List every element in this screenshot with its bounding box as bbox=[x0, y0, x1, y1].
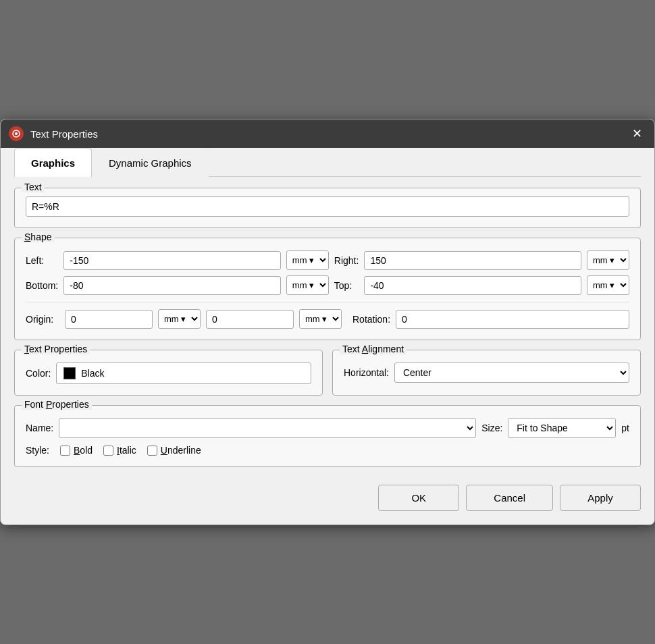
underline-text: Underline bbox=[161, 445, 201, 456]
dialog-body: Graphics Dynamic Graphics Text Shape Lef… bbox=[1, 148, 654, 525]
origin-x-input[interactable] bbox=[65, 310, 153, 329]
text-properties-dialog: Text Properties ✕ Graphics Dynamic Graph… bbox=[0, 119, 655, 525]
text-properties-group: Text Properties Color: Black bbox=[14, 350, 323, 396]
dialog-title: Text Properties bbox=[30, 128, 621, 140]
origin-row: Origin: mm ▾ mm ▾ Rotation: bbox=[26, 302, 629, 329]
shape-grid: Left: mm ▾ Right: mm ▾ Bottom: mm ▾ To bbox=[26, 250, 629, 295]
right-unit-select[interactable]: mm ▾ bbox=[587, 250, 629, 270]
close-button[interactable]: ✕ bbox=[627, 124, 646, 143]
top-unit-select[interactable]: mm ▾ bbox=[587, 275, 629, 295]
color-row: Color: Black bbox=[26, 363, 311, 384]
font-properties-group: Font Properties Name: Size: Fit to Shape… bbox=[14, 405, 641, 467]
text-alignment-label: Text Alignment bbox=[340, 344, 407, 354]
rotation-label: Rotation: bbox=[352, 314, 390, 325]
origin-label: Origin: bbox=[26, 314, 59, 325]
right-input[interactable] bbox=[364, 251, 581, 270]
top-label: Top: bbox=[334, 280, 359, 291]
horizontal-row: Horizontal: Center Left Right bbox=[344, 363, 629, 383]
apply-button[interactable]: Apply bbox=[560, 485, 641, 511]
italic-checkbox[interactable] bbox=[103, 446, 113, 456]
app-icon bbox=[9, 126, 24, 141]
top-input[interactable] bbox=[364, 276, 581, 295]
text-alignment-group: Text Alignment Horizontal: Center Left R… bbox=[332, 350, 641, 396]
origin-x-unit-select[interactable]: mm ▾ bbox=[158, 309, 201, 329]
color-button[interactable]: Black bbox=[56, 363, 311, 384]
shape-group-label: Shape bbox=[22, 232, 55, 242]
horizontal-label: Horizontal: bbox=[344, 367, 389, 378]
title-bar: Text Properties ✕ bbox=[1, 119, 654, 148]
text-group-label: Text bbox=[22, 182, 45, 192]
horizontal-select[interactable]: Center Left Right bbox=[394, 363, 629, 383]
bold-label[interactable]: Bold bbox=[60, 445, 93, 456]
color-name: Black bbox=[81, 368, 104, 379]
cancel-button[interactable]: Cancel bbox=[466, 485, 553, 511]
text-group: Text bbox=[14, 188, 641, 228]
shape-group: Shape Left: mm ▾ Right: mm ▾ Bottom: mm bbox=[14, 238, 641, 340]
font-name-label: Name: bbox=[26, 423, 53, 433]
font-properties-label: Font Properties bbox=[22, 399, 92, 410]
bottom-unit-select[interactable]: mm ▾ bbox=[286, 275, 329, 295]
tab-graphics[interactable]: Graphics bbox=[14, 149, 92, 177]
italic-label[interactable]: Italic bbox=[103, 445, 136, 456]
bold-text: Bold bbox=[74, 445, 93, 456]
left-label: Left: bbox=[26, 255, 58, 266]
ok-button[interactable]: OK bbox=[378, 485, 459, 511]
font-size-select[interactable]: Fit to Shape 8 10 12 14 16 bbox=[508, 418, 616, 438]
underline-label[interactable]: Underline bbox=[147, 445, 201, 456]
text-properties-label: Text Properties bbox=[22, 344, 90, 354]
tab-bar: Graphics Dynamic Graphics bbox=[14, 148, 641, 177]
color-label: Color: bbox=[26, 368, 51, 379]
tab-dynamic-graphics[interactable]: Dynamic Graphics bbox=[92, 149, 209, 177]
font-name-row: Name: Size: Fit to Shape 8 10 12 14 16 p… bbox=[26, 418, 629, 438]
rotation-input[interactable] bbox=[396, 310, 629, 329]
text-input[interactable] bbox=[26, 196, 629, 217]
underline-checkbox[interactable] bbox=[147, 446, 157, 456]
bold-checkbox[interactable] bbox=[60, 446, 70, 456]
bottom-label: Bottom: bbox=[26, 280, 58, 291]
left-input[interactable] bbox=[63, 251, 281, 270]
two-col-section: Text Properties Color: Black Text Alignm… bbox=[14, 350, 641, 396]
right-label: Right: bbox=[334, 255, 359, 266]
style-row: Style: Bold Italic Underline bbox=[26, 445, 629, 456]
origin-y-unit-select[interactable]: mm ▾ bbox=[299, 309, 342, 329]
style-label: Style: bbox=[26, 445, 49, 456]
pt-label: pt bbox=[621, 423, 629, 433]
footer: OK Cancel Apply bbox=[14, 477, 641, 511]
font-size-label: Size: bbox=[481, 423, 502, 433]
svg-point-1 bbox=[15, 132, 18, 135]
italic-text: Italic bbox=[117, 445, 136, 456]
origin-y-input[interactable] bbox=[206, 310, 294, 329]
app-icon-svg bbox=[11, 129, 21, 138]
bottom-input[interactable] bbox=[63, 276, 281, 295]
left-unit-select[interactable]: mm ▾ bbox=[286, 250, 329, 270]
color-swatch bbox=[63, 367, 76, 379]
font-name-select[interactable] bbox=[59, 418, 476, 438]
